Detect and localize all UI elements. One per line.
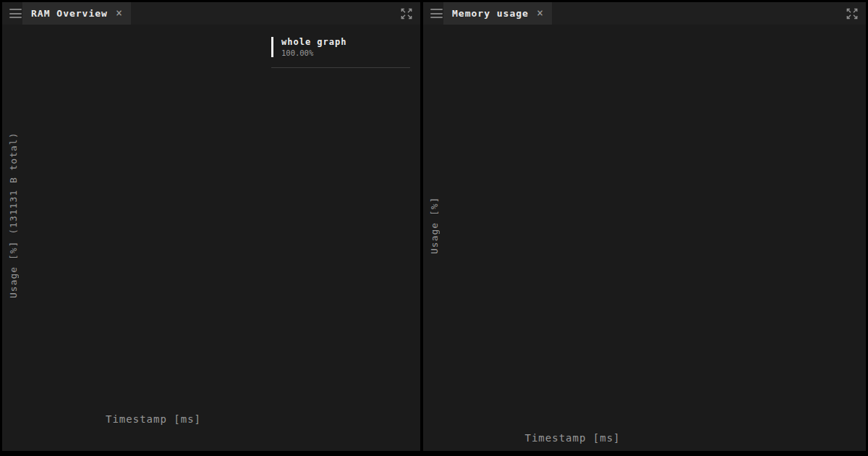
workspace: RAM Overview × Usage [%] (131131 B total… [0, 0, 868, 456]
panel-memory-usage: Memory usage × Usage [%] Timestamp [ms] [423, 2, 866, 451]
panel-ram-overview: RAM Overview × Usage [%] (131131 B total… [2, 2, 420, 451]
region-sidebar: whole graph 100.00% [271, 37, 410, 77]
whole-graph-value: 100.00% [281, 48, 410, 57]
whole-graph-label: whole graph [281, 37, 410, 47]
sidebar-item-whole-graph[interactable]: whole graph 100.00% [271, 37, 410, 57]
tab-memory-usage[interactable]: Memory usage × [443, 2, 552, 25]
close-icon[interactable]: × [537, 8, 543, 19]
sidebar-divider [271, 67, 410, 68]
x-axis-label: Timestamp [ms] [49, 413, 258, 425]
menu-icon[interactable] [9, 9, 22, 18]
expand-icon[interactable] [845, 7, 859, 20]
tab-ram-overview[interactable]: RAM Overview × [22, 2, 131, 25]
tab-title: RAM Overview [31, 8, 108, 19]
ram-overview-chart[interactable] [49, 34, 258, 396]
y-axis-label: Usage [%] (131131 B total) [8, 34, 19, 396]
tab-title: Memory usage [452, 8, 529, 19]
x-axis-label: Timestamp [ms] [470, 432, 675, 444]
memory-usage-chart[interactable] [470, 36, 675, 415]
close-icon[interactable]: × [116, 8, 122, 19]
panel-header: RAM Overview × [2, 2, 420, 25]
y-axis-label: Usage [%] [429, 36, 440, 415]
menu-icon[interactable] [430, 9, 443, 18]
panel-header: Memory usage × [423, 2, 866, 25]
expand-icon[interactable] [399, 7, 414, 20]
